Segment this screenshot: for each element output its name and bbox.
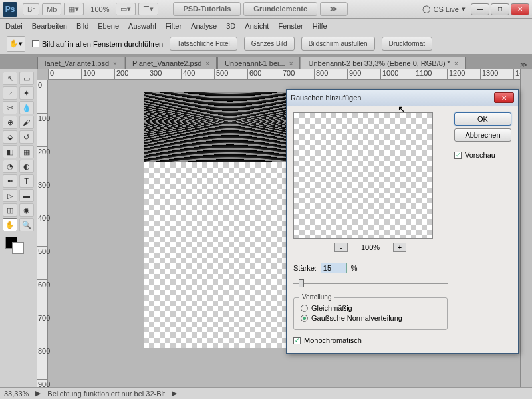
menu-auswahl[interactable]: Auswahl [128, 22, 156, 30]
pen-tool-icon[interactable]: ✒ [3, 174, 17, 188]
extras-button[interactable]: ☰▾ [138, 3, 158, 15]
tab-document[interactable]: lanet_Variante1.psd× [37, 57, 124, 69]
cslive-icon: ◯ [422, 5, 430, 13]
radio-uniform-label: Gleichmäßig [311, 304, 352, 312]
close-icon[interactable]: × [113, 60, 117, 67]
fit-screen-button[interactable]: Ganzes Bild [244, 37, 295, 51]
zoom-out-button[interactable]: - [334, 243, 348, 252]
menu-3d[interactable]: 3D [226, 22, 235, 30]
lasso-tool-icon[interactable]: ⟋ [3, 86, 17, 100]
statusbar: 33,33% ▶ Belichtung funktioniert nur bei… [0, 387, 532, 399]
type-tool-icon[interactable]: T [19, 174, 34, 188]
tab-document[interactable]: Unbenannt-1 bei...× [217, 57, 300, 69]
monochrome-label: Monochromatisch [304, 336, 362, 344]
preview-label: Vorschau [465, 151, 495, 159]
workspace-more-button[interactable]: ≫ [320, 2, 348, 16]
bridge-button[interactable]: Br [23, 3, 39, 15]
menu-datei[interactable]: Datei [5, 22, 23, 30]
zoom-tool-icon[interactable]: 🔍 [19, 218, 34, 231]
dialog-title: Rauschen hinzufügen [291, 94, 361, 102]
brush-tool-icon[interactable]: 🖌 [19, 116, 34, 129]
tab-document[interactable]: Unbenannt-2 bei 33,3% (Ebene 0, RGB/8) *… [301, 57, 465, 69]
dialog-titlebar[interactable]: Rauschen hinzufügen ✕ [287, 90, 518, 106]
dodge-tool-icon[interactable]: ◐ [19, 160, 34, 173]
radio-gaussian[interactable] [301, 315, 308, 322]
ok-button[interactable]: OK [454, 112, 511, 126]
history-brush-icon[interactable]: ↺ [19, 130, 34, 144]
cancel-button[interactable]: Abbrechen [454, 128, 511, 142]
cslive-button[interactable]: ◯ CS Live ▾ [422, 5, 466, 13]
close-icon[interactable]: × [205, 60, 209, 67]
status-hint: Belichtung funktioniert nur bei 32-Bit [47, 390, 165, 398]
fill-screen-button[interactable]: Bildschirm ausfüllen [301, 37, 375, 51]
strength-unit: % [351, 264, 358, 272]
crop-tool-icon[interactable]: ✂ [3, 101, 17, 114]
tab-document[interactable]: Planet_Variante2.psd× [125, 57, 217, 69]
actual-pixels-button[interactable]: Tatsächliche Pixel [170, 37, 237, 51]
menu-fenster[interactable]: Fenster [278, 22, 303, 30]
menu-hilfe[interactable]: Hilfe [313, 22, 327, 30]
strength-label: Stärke: [293, 264, 317, 272]
blur-tool-icon[interactable]: ◔ [3, 160, 17, 173]
close-icon[interactable]: × [289, 60, 293, 67]
add-noise-dialog: Rauschen hinzufügen ✕ - 100% + Stärke: %… [286, 89, 519, 354]
ruler-horizontal: 0100200300400500600700800900100011001200… [48, 69, 520, 80]
marquee-tool-icon[interactable]: ▭ [19, 72, 34, 85]
workspace-grundelemente-button[interactable]: Grundelemente [243, 2, 317, 16]
workspace-psdtutorials-button[interactable]: PSD-Tutorials [173, 2, 241, 16]
window-maximize-button[interactable]: □ [491, 3, 509, 15]
camera-tool-icon[interactable]: ◉ [19, 203, 34, 217]
hand-tool-icon[interactable]: ✋ [3, 218, 17, 231]
dialog-close-button[interactable]: ✕ [494, 92, 514, 103]
scroll-all-label: Bildlauf in allen Fenstern durchführen [42, 40, 163, 48]
eraser-tool-icon[interactable]: ◧ [3, 145, 17, 158]
eyedropper-tool-icon[interactable]: 💧 [19, 101, 34, 114]
window-close-button[interactable]: ✕ [511, 3, 529, 15]
stamp-tool-icon[interactable]: ⬙ [3, 130, 17, 144]
radio-uniform[interactable] [301, 305, 308, 312]
document-tabbar: lanet_Variante1.psd× Planet_Variante2.ps… [0, 55, 532, 69]
hand-tool-icon[interactable]: ✋▾ [7, 36, 25, 52]
tabs-overflow-button[interactable]: ≫ [516, 61, 532, 69]
wand-tool-icon[interactable]: ✦ [19, 86, 34, 100]
scroll-all-checkbox[interactable] [32, 40, 39, 47]
gradient-tool-icon[interactable]: ▦ [19, 145, 34, 158]
arrange-button[interactable]: ▦▾ [64, 3, 84, 15]
background-color-swatch[interactable] [12, 242, 24, 254]
minibridge-button[interactable]: Mb [42, 3, 61, 15]
radio-gaussian-label: Gaußsche Normalverteilung [311, 314, 402, 322]
panel-dock[interactable] [520, 69, 532, 387]
monochrome-checkbox[interactable]: ✓ [293, 337, 301, 344]
zoom-in-button[interactable]: + [393, 243, 406, 252]
menu-ansicht[interactable]: Ansicht [245, 22, 269, 30]
titlebar: Ps Br Mb ▦▾ 100% ▭▾ ☰▾ PSD-Tutorials Gru… [0, 0, 532, 19]
options-bar: ✋▾ Bildlauf in allen Fenstern durchführe… [0, 33, 532, 55]
3d-tool-icon[interactable]: ◫ [3, 203, 17, 217]
menu-analyse[interactable]: Analyse [191, 22, 217, 30]
move-tool-icon[interactable]: ↖ [3, 72, 17, 85]
menu-bearbeiten[interactable]: Bearbeiten [32, 22, 67, 30]
noise-preview[interactable] [293, 112, 433, 239]
menu-filter[interactable]: Filter [166, 22, 182, 30]
zoom-display: 100% [90, 5, 109, 13]
menu-ebene[interactable]: Ebene [98, 22, 119, 30]
shape-tool-icon[interactable]: ▬ [19, 189, 34, 202]
zoom-percent: 100% [361, 243, 380, 251]
screen-mode-button[interactable]: ▭▾ [116, 3, 136, 15]
print-size-button[interactable]: Druckformat [382, 37, 432, 51]
path-tool-icon[interactable]: ▷ [3, 189, 17, 202]
window-minimize-button[interactable]: — [471, 3, 489, 15]
preview-checkbox[interactable]: ✓ [454, 152, 462, 159]
photoshop-logo-icon: Ps [3, 2, 17, 17]
strength-input[interactable] [321, 263, 347, 273]
menubar: Datei Bearbeiten Bild Ebene Auswahl Filt… [0, 19, 532, 33]
distribution-legend: Verteilung [299, 293, 334, 301]
toolbox: ↖ ▭ ⟋ ✦ ✂ 💧 ⊕ 🖌 ⬙ ↺ ◧ ▦ ◔ ◐ ✒ T ▷ ▬ ◫ ◉ … [0, 69, 37, 387]
healing-tool-icon[interactable]: ⊕ [3, 116, 17, 129]
menu-bild[interactable]: Bild [76, 22, 88, 30]
ruler-vertical: 0100200300400500600700800900 [37, 80, 48, 387]
close-icon[interactable]: × [454, 60, 458, 67]
strength-slider[interactable] [293, 277, 448, 289]
status-zoom[interactable]: 33,33% [4, 390, 29, 398]
